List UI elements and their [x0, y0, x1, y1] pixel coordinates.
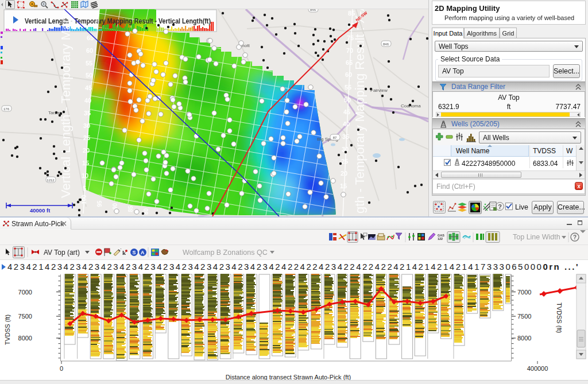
svg-text:87: 87 — [333, 136, 337, 139]
svg-text:45: 45 — [85, 84, 92, 91]
svg-text:Fairview: Fairview — [370, 88, 388, 93]
svg-text:Wolfcamp B Zonations QC: Wolfcamp B Zonations QC — [183, 249, 268, 257]
svg-text:1212: 1212 — [47, 179, 55, 182]
svg-text:AV Top (art): AV Top (art) — [44, 249, 80, 257]
svg-text:90: 90 — [112, 203, 118, 210]
svg-text:55: 55 — [345, 84, 351, 91]
svg-text:50: 50 — [86, 72, 92, 79]
svg-text:95: 95 — [96, 200, 103, 207]
svg-text:7000: 7000 — [517, 289, 531, 296]
svg-text:846: 846 — [383, 42, 389, 46]
svg-text:35: 35 — [84, 110, 91, 117]
svg-text:176: 176 — [3, 107, 10, 111]
svg-text:60: 60 — [86, 47, 93, 54]
svg-text:A: A — [141, 250, 145, 255]
svg-text:7500: 7500 — [18, 313, 32, 320]
svg-text:20: 20 — [83, 147, 90, 154]
svg-text:30: 30 — [83, 122, 90, 129]
svg-text:8000: 8000 — [18, 335, 32, 342]
svg-text:122: 122 — [438, 237, 443, 241]
svg-text:7500: 7500 — [517, 313, 531, 320]
svg-text:40: 40 — [343, 121, 350, 127]
svg-text:S: S — [133, 250, 136, 255]
svg-text:Vertical Length - Temporary Ma: Vertical Length - Temporary Mapping Resu… — [25, 17, 211, 25]
svg-text:25: 25 — [341, 158, 348, 165]
svg-text:7000: 7000 — [18, 289, 32, 296]
svg-text:gth - Temporary Mapping Result: gth - Temporary Mapping Result : X-Axis — [353, 0, 367, 214]
svg-text:20: 20 — [341, 170, 347, 177]
svg-text:10: 10 — [82, 172, 88, 179]
svg-text:60: 60 — [345, 71, 352, 78]
svg-text:8000: 8000 — [517, 335, 531, 342]
svg-text:45: 45 — [343, 108, 350, 115]
svg-text:25: 25 — [83, 134, 90, 141]
svg-text:100: 100 — [81, 195, 87, 204]
svg-text:85: 85 — [127, 205, 134, 212]
svg-text:65: 65 — [346, 59, 353, 66]
svg-text:?: ? — [573, 234, 577, 241]
svg-text:TVDSS (ft): TVDSS (ft) — [4, 315, 11, 345]
svg-text:5: 5 — [83, 185, 86, 192]
svg-text:400000: 400000 — [527, 365, 548, 372]
svg-text:35: 35 — [342, 133, 349, 140]
svg-text:Top Line Width: Top Line Width — [513, 233, 560, 241]
svg-text:Coahoma: Coahoma — [401, 103, 421, 108]
svg-text:40000 ft: 40000 ft — [30, 207, 51, 214]
svg-text:15: 15 — [82, 160, 89, 166]
svg-text:55: 55 — [86, 60, 92, 67]
svg-text:50: 50 — [344, 96, 351, 103]
svg-text:0: 0 — [60, 365, 63, 372]
svg-text:TVDSS (ft): TVDSS (ft) — [556, 302, 563, 333]
svg-text:40: 40 — [84, 97, 91, 104]
svg-text:15: 15 — [340, 183, 347, 189]
